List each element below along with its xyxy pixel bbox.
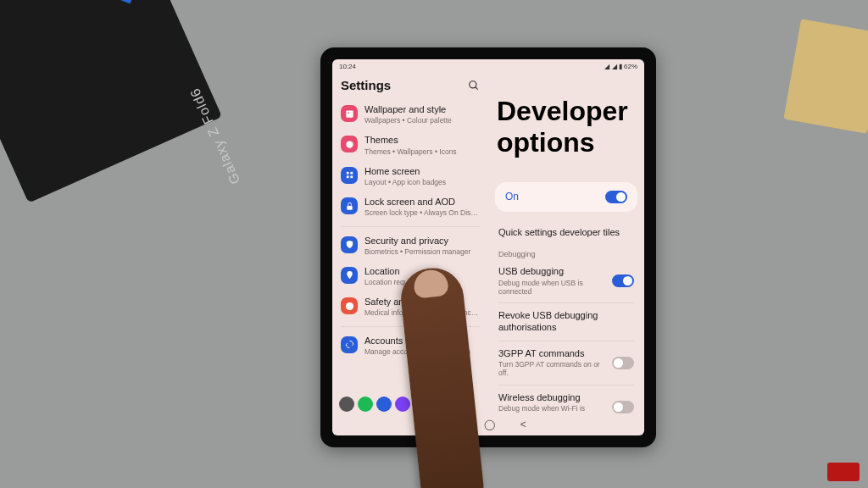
toggle[interactable] — [612, 274, 634, 287]
screen: 10:24 ◢ ◢ ▮ 62% Settings Wallpaper and s… — [332, 59, 644, 435]
nav-home[interactable]: ◯ — [484, 419, 495, 430]
pin-icon — [341, 267, 358, 284]
grid-icon — [341, 167, 358, 184]
detail-pane: Developer options On Demo modeQuick sett… — [488, 73, 644, 413]
master-toggle-label: On — [505, 191, 519, 202]
lock-icon — [341, 197, 358, 214]
dock-browser[interactable] — [395, 396, 410, 412]
svg-rect-2 — [346, 110, 353, 117]
svg-rect-6 — [350, 172, 353, 175]
status-bar: 10:24 ◢ ◢ ▮ 62% — [332, 59, 644, 73]
palette-icon — [341, 136, 358, 152]
product-name: Galaxy Z Fold6 — [186, 86, 242, 186]
product-box: Galaxy Z Fold6 — [0, 0, 222, 203]
wooden-object — [783, 19, 868, 134]
svg-rect-8 — [350, 176, 353, 179]
svg-rect-7 — [346, 176, 348, 179]
row-subtitle: Turn 3GPP AT commands on or off. — [498, 360, 605, 377]
item-title: Lock screen and AOD — [364, 197, 480, 208]
device-frame: 10:24 ◢ ◢ ▮ 62% Settings Wallpaper and s… — [320, 47, 656, 447]
svg-point-10 — [345, 302, 353, 310]
option-truncated: Demo mode — [488, 217, 644, 221]
item-title: Security and privacy — [364, 236, 480, 247]
toggle[interactable] — [612, 401, 634, 413]
svg-point-0 — [470, 80, 476, 87]
settings-item-wallpaper-and-style[interactable]: Wallpaper and styleWallpapers • Colour p… — [332, 99, 488, 130]
status-right: ◢ ◢ ▮ 62% — [604, 63, 637, 70]
settings-item-themes[interactable]: ThemesThemes • Wallpapers • Icons — [332, 130, 488, 160]
item-subtitle: Biometrics • Permission manager — [364, 247, 480, 256]
settings-item-security-and-privacy[interactable]: Security and privacyBiometrics • Permiss… — [332, 230, 488, 261]
toggle[interactable] — [612, 357, 634, 369]
status-time: 10:24 — [339, 63, 356, 70]
svg-point-3 — [348, 112, 349, 114]
option-quick-settings-developer-tiles[interactable]: Quick settings developer tiles — [488, 221, 644, 245]
option-revoke-usb-debugging-authorisations[interactable]: Revoke USB debugging authorisations — [488, 304, 644, 340]
item-title: Wallpaper and style — [364, 104, 480, 115]
search-icon[interactable] — [468, 80, 480, 92]
item-subtitle: Layout • App icon badges — [364, 178, 480, 186]
row-title: USB debugging — [498, 266, 605, 278]
row-subtitle: Debug mode when USB is connected — [498, 279, 605, 296]
settings-item-lock-screen-and-aod[interactable]: Lock screen and AODScreen lock type • Al… — [332, 191, 488, 222]
channel-logo — [827, 463, 860, 481]
item-subtitle: Wallpapers • Colour palette — [364, 116, 480, 125]
dock-messages[interactable] — [376, 396, 392, 412]
sync-icon — [341, 336, 358, 353]
option--gpp-at-commands[interactable]: 3GPP AT commandsTurn 3GPP AT commands on… — [488, 342, 644, 384]
row-title: Revoke USB debugging authorisations — [498, 310, 634, 334]
svg-point-4 — [346, 141, 353, 147]
row-title: 3GPP AT commands — [498, 348, 605, 360]
svg-rect-5 — [346, 172, 348, 175]
svg-line-1 — [476, 86, 478, 89]
item-subtitle: Screen lock type • Always On Display — [364, 208, 480, 217]
sos-icon — [341, 297, 358, 314]
settings-title: Settings — [341, 78, 391, 92]
item-subtitle: Themes • Wallpapers • Icons — [364, 147, 480, 156]
nav-back[interactable]: < — [520, 419, 526, 430]
dock-phone[interactable] — [358, 396, 373, 412]
dock-app[interactable] — [339, 396, 354, 412]
row-title: Wireless debugging — [498, 392, 605, 404]
image-icon — [341, 105, 358, 122]
option-usb-debugging[interactable]: USB debuggingDebug mode when USB is conn… — [488, 260, 644, 302]
master-toggle-row[interactable]: On — [495, 182, 637, 212]
option-wireless-debugging[interactable]: Wireless debuggingDebug mode when Wi-Fi … — [488, 386, 644, 413]
section-debugging: Debugging — [488, 245, 644, 260]
detail-title: Developer options — [488, 91, 644, 164]
row-title: Quick settings developer tiles — [498, 227, 634, 239]
master-toggle[interactable] — [605, 191, 627, 203]
item-title: Themes — [364, 135, 480, 146]
row-subtitle: Debug mode when Wi-Fi is connected — [498, 404, 605, 413]
nav-bar: ||| ◯ < — [332, 413, 644, 435]
item-title: Home screen — [364, 166, 480, 177]
shield-icon — [341, 236, 358, 253]
svg-rect-9 — [347, 206, 352, 210]
settings-item-home-screen[interactable]: Home screenLayout • App icon badges — [332, 161, 488, 191]
shield-badge — [82, 0, 157, 16]
